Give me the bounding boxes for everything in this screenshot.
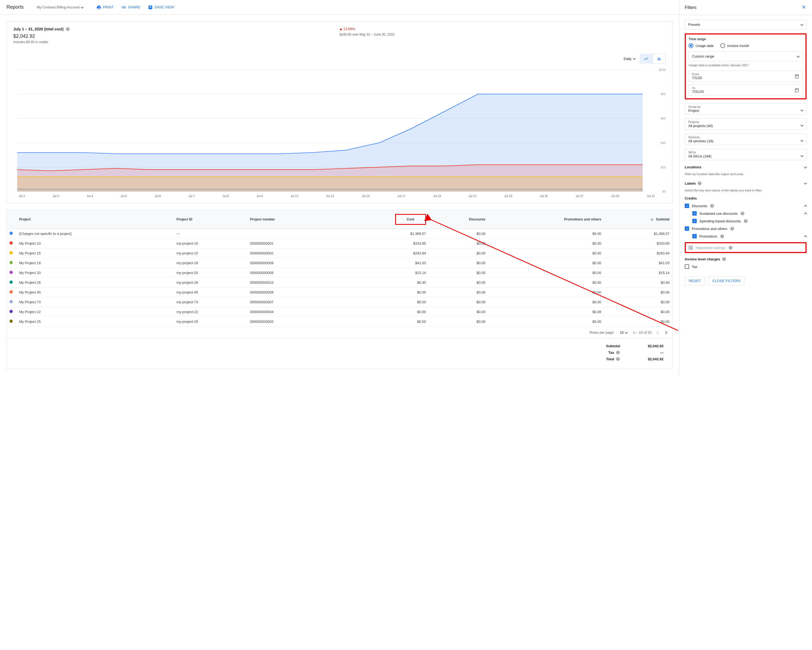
print-button[interactable]: PRINT xyxy=(96,5,114,10)
cell-project: My Project 19 xyxy=(17,258,174,268)
range-preset-select[interactable]: Custom range xyxy=(688,51,803,61)
cell-promotions: $0.00 xyxy=(488,239,604,248)
help-icon[interactable] xyxy=(616,357,620,361)
col-subtotal[interactable]: Subtotal xyxy=(604,210,673,229)
table-row[interactable]: My Project 10 my-project-10 000000000001… xyxy=(7,239,673,248)
promotions-checkbox[interactable] xyxy=(692,234,697,239)
save-view-button[interactable]: SAVE VIEW xyxy=(148,5,174,10)
col-promotions[interactable]: Promotions and others xyxy=(488,210,604,229)
cell-promotions: $0.00 xyxy=(488,229,604,239)
availability-note: Usage data is available since January 20… xyxy=(688,63,803,67)
help-icon[interactable] xyxy=(720,234,724,239)
color-swatch xyxy=(9,300,13,303)
services-select[interactable]: Services All services (16) xyxy=(685,134,807,145)
line-chart-icon xyxy=(644,56,649,61)
col-discounts[interactable]: Discounts xyxy=(429,210,488,229)
delta-note: $245.60 over May 31 – June 30, 2020 xyxy=(339,32,666,37)
x-tick: Jul 3 xyxy=(53,194,59,198)
table-row[interactable]: My Project 26 my-project-26 000000000010… xyxy=(7,278,673,288)
usage-date-radio[interactable]: Usage date xyxy=(688,43,714,48)
tax-checkbox[interactable] xyxy=(685,265,689,269)
cell-promotions: $0.00 xyxy=(488,268,604,278)
cell-discounts: $0.00 xyxy=(429,229,488,239)
chevron-down-icon xyxy=(804,182,807,185)
cell-promotions: $0.08 xyxy=(488,307,604,317)
chevron-up-icon[interactable] xyxy=(804,235,807,238)
cell-promotions: $0.00 xyxy=(488,258,604,268)
table-row[interactable]: My Project 73 my-project-73 000000000007… xyxy=(7,297,673,307)
chevron-up-icon[interactable] xyxy=(804,205,807,208)
cell-project-number: 000000000002 xyxy=(247,248,330,258)
cell-project-id: my-project-10 xyxy=(174,239,247,248)
table-row[interactable]: My Project 22 my-project-22 000000000004… xyxy=(7,307,673,317)
bar-chart-toggle[interactable] xyxy=(653,54,666,64)
locations-expand[interactable]: Locations xyxy=(685,164,807,170)
cell-subtotal: $0.00 xyxy=(604,288,673,297)
cell-project-number: 000000000008 xyxy=(247,288,330,297)
cost-breakdown-table: Project Project ID Project number Cost D… xyxy=(6,210,673,327)
discounts-checkbox[interactable] xyxy=(685,203,689,208)
help-icon[interactable] xyxy=(616,350,620,355)
credits-note: includes $0.00 in credits xyxy=(13,40,339,44)
save-icon xyxy=(148,5,153,10)
help-icon[interactable] xyxy=(710,203,714,208)
labels-expand[interactable]: Labels xyxy=(685,180,807,187)
reset-button[interactable]: RESET xyxy=(685,277,705,285)
projects-select[interactable]: Projects All projects (40) xyxy=(685,118,807,130)
close-filters-x[interactable] xyxy=(801,5,807,11)
col-project-id[interactable]: Project ID xyxy=(174,210,247,229)
help-icon[interactable] xyxy=(698,181,702,185)
share-button[interactable]: SHARE xyxy=(121,5,140,10)
negotiated-savings-checkbox xyxy=(688,245,693,250)
to-date-field[interactable]: To 7/31/20 xyxy=(688,84,803,96)
presets-select[interactable]: Presets xyxy=(685,20,807,30)
granularity-select[interactable]: Daily xyxy=(624,57,635,61)
help-icon[interactable] xyxy=(743,219,748,223)
cell-project-id: my-project-22 xyxy=(174,307,247,317)
help-icon[interactable] xyxy=(740,211,745,216)
cell-promotions: $0.00 xyxy=(488,288,604,297)
cell-discounts: $0.00 xyxy=(429,268,488,278)
arrow-down-icon xyxy=(650,217,654,222)
cell-subtotal: $41.03 xyxy=(604,258,673,268)
cell-cost: $0.00 xyxy=(330,297,429,307)
cell-discounts: $0.00 xyxy=(429,258,488,268)
next-page-button[interactable] xyxy=(665,332,667,334)
chevron-up-icon[interactable] xyxy=(804,212,807,215)
cell-project-id: my-project-19 xyxy=(174,258,247,268)
cell-cost: $1,368.57 xyxy=(330,229,429,239)
help-icon[interactable] xyxy=(730,226,734,231)
col-cost[interactable]: Cost xyxy=(330,210,429,229)
cell-discounts: $0.00 xyxy=(429,278,488,288)
sustained-checkbox[interactable] xyxy=(692,211,697,216)
date-range-label: July 1 – 31, 2020 (total cost) xyxy=(13,27,64,31)
table-row[interactable]: [Charges not specific to a project] — $1… xyxy=(7,229,673,239)
group-by-select[interactable]: Group by Project xyxy=(685,103,807,115)
col-project-number[interactable]: Project number xyxy=(247,210,330,229)
account-selector[interactable]: My Contract Billing Account xyxy=(37,5,83,9)
promotions-others-checkbox[interactable] xyxy=(685,226,689,231)
color-swatch xyxy=(9,280,13,284)
page-title: Reports xyxy=(6,5,24,10)
rows-per-page-select[interactable]: 10 xyxy=(620,330,627,335)
skus-select[interactable]: SKUs All SKUs (194) xyxy=(685,149,807,160)
col-project[interactable]: Project xyxy=(17,210,174,229)
help-icon[interactable] xyxy=(728,245,733,250)
help-icon[interactable] xyxy=(722,257,726,261)
table-row[interactable]: My Project 15 my-project-15 000000000002… xyxy=(7,248,673,258)
invoice-month-radio[interactable]: Invoice month xyxy=(720,43,749,48)
help-icon[interactable] xyxy=(66,27,70,31)
table-row[interactable]: My Project 20 my-project-20 000000000006… xyxy=(7,268,673,278)
top-toolbar: Reports My Contract Billing Account PRIN… xyxy=(0,0,679,15)
line-chart-toggle[interactable] xyxy=(640,54,653,64)
prev-page-button[interactable] xyxy=(657,332,659,334)
table-row[interactable]: My Project 19 my-project-19 000000000009… xyxy=(7,258,673,268)
table-row[interactable]: My Project 45 my-project-45 000000000008… xyxy=(7,288,673,297)
close-filters-button[interactable]: CLOSE FILTERS xyxy=(708,277,745,285)
cell-project-id: my-project-25 xyxy=(174,317,247,327)
from-date-field[interactable]: From 7/1/20 xyxy=(688,70,803,82)
spending-checkbox[interactable] xyxy=(692,219,697,223)
table-row[interactable]: My Project 25 my-project-25 000000000003… xyxy=(7,317,673,327)
calendar-icon xyxy=(794,74,799,79)
cell-cost: $0.00 xyxy=(330,288,429,297)
